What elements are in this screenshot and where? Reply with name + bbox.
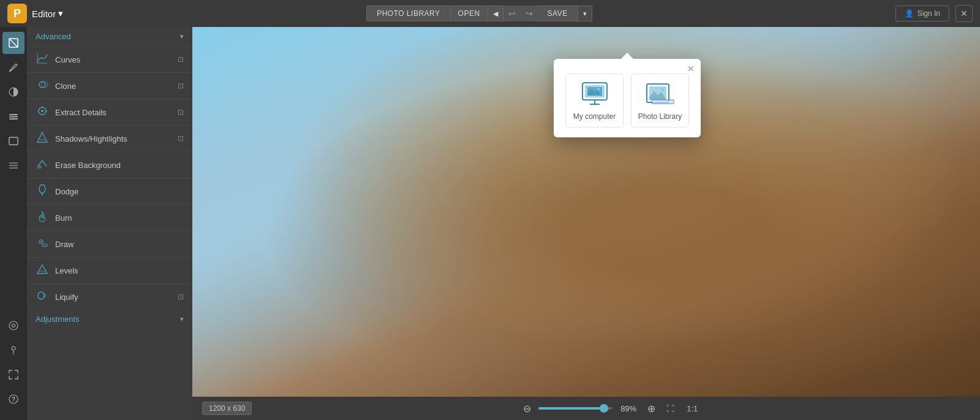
clone-icon bbox=[36, 78, 49, 93]
svg-point-31 bbox=[39, 185, 45, 193]
sidebar-item-extract-details[interactable]: Extract Details ⊡ bbox=[27, 99, 192, 125]
svg-rect-30 bbox=[37, 166, 42, 169]
sidebar-item-levels[interactable]: Levels bbox=[27, 257, 192, 283]
close-app-button[interactable]: ✕ bbox=[956, 5, 973, 22]
image-size-badge: 1200 x 630 bbox=[202, 402, 252, 415]
topbar-left: P Editor ▾ bbox=[7, 4, 63, 23]
popup-photo-library[interactable]: Photo Library bbox=[631, 74, 689, 128]
bottom-bar: 1200 x 630 ⊖ 89% ⊕ ⛶ 1:1 bbox=[192, 397, 980, 420]
tool-texture[interactable] bbox=[2, 155, 24, 177]
levels-label: Levels bbox=[55, 266, 78, 275]
advanced-section-header[interactable]: Advanced ▾ bbox=[27, 27, 192, 46]
topbar-right: 👤 Sign In ✕ bbox=[895, 5, 973, 22]
liquify-icon bbox=[36, 289, 49, 304]
liquify-label: Liquify bbox=[55, 292, 78, 302]
canvas-area: ✕ bbox=[192, 27, 980, 420]
svg-point-47 bbox=[661, 88, 665, 91]
draw-icon bbox=[36, 237, 49, 251]
redo-button[interactable]: ↪ bbox=[521, 6, 538, 21]
zoom-slider-fill bbox=[538, 407, 604, 410]
editor-title[interactable]: Editor ▾ bbox=[32, 8, 63, 19]
open-button[interactable]: OPEN bbox=[451, 6, 488, 21]
liquify-badge: ⊡ bbox=[178, 292, 184, 301]
curves-icon bbox=[36, 52, 49, 67]
extract-details-label: Extract Details bbox=[55, 108, 107, 117]
clone-badge: ⊡ bbox=[178, 82, 184, 90]
sidebar-item-liquify[interactable]: Liquify ⊡ bbox=[27, 283, 192, 310]
my-computer-label: My computer bbox=[573, 112, 616, 121]
adjustments-label: Adjustments bbox=[36, 315, 80, 324]
erase-background-icon bbox=[36, 158, 49, 172]
svg-rect-5 bbox=[9, 116, 18, 118]
popup-items: My computer bbox=[564, 74, 691, 128]
adjustments-section-header[interactable]: Adjustments ▾ bbox=[27, 310, 192, 329]
dodge-label: Dodge bbox=[55, 187, 78, 196]
sidebar-item-draw[interactable]: Draw bbox=[27, 231, 192, 257]
sidebar-item-dodge[interactable]: Dodge bbox=[27, 178, 192, 204]
photo-library-label: Photo Library bbox=[638, 112, 682, 121]
sidebar-item-burn[interactable]: Burn bbox=[27, 204, 192, 231]
popup-close-button[interactable]: ✕ bbox=[687, 64, 695, 74]
tool-layers[interactable] bbox=[2, 105, 24, 128]
adjustments-arrow: ▾ bbox=[180, 315, 184, 323]
open-group: OPEN ◀ ↩ ↪ bbox=[451, 6, 538, 21]
topbar-center: PHOTO LIBRARY OPEN ◀ ↩ ↪ SAVE ▾ bbox=[366, 6, 592, 21]
shadows-highlights-icon bbox=[36, 131, 49, 146]
zoom-in-button[interactable]: ⊕ bbox=[645, 402, 658, 416]
svg-point-23 bbox=[41, 110, 43, 112]
open-popup: ✕ bbox=[554, 59, 701, 137]
extract-details-icon bbox=[36, 105, 49, 120]
svg-point-35 bbox=[42, 244, 47, 246]
curves-badge: ⊡ bbox=[178, 55, 184, 64]
sidebar-item-erase-background[interactable]: Erase Background bbox=[27, 151, 192, 178]
shadows-highlights-label: Shadows/Hightlights bbox=[55, 134, 127, 143]
icon-bar: ? bbox=[0, 27, 27, 420]
advanced-arrow: ▾ bbox=[180, 32, 184, 40]
svg-point-13 bbox=[12, 346, 15, 350]
tool-mask[interactable] bbox=[2, 81, 24, 103]
zoom-1to1-button[interactable]: 1:1 bbox=[683, 403, 701, 414]
tool-crop[interactable] bbox=[2, 32, 24, 54]
extract-details-badge: ⊡ bbox=[178, 108, 184, 116]
zoom-slider-track[interactable] bbox=[538, 407, 612, 410]
sidebar-item-curves[interactable]: Curves ⊡ bbox=[27, 46, 192, 72]
svg-point-44 bbox=[597, 88, 600, 90]
clone-label: Clone bbox=[55, 82, 76, 91]
tool-help[interactable]: ? bbox=[2, 388, 24, 410]
photo-library-icon bbox=[643, 80, 677, 107]
save-arrow-button[interactable]: ▾ bbox=[578, 6, 592, 21]
svg-point-2 bbox=[9, 70, 11, 72]
tool-hint[interactable] bbox=[2, 339, 24, 361]
user-icon: 👤 bbox=[905, 9, 914, 18]
zoom-percent: 89% bbox=[617, 404, 640, 413]
bottom-center: ⊖ 89% ⊕ ⛶ 1:1 bbox=[521, 402, 701, 416]
sidebar-item-clone[interactable]: Clone ⊡ bbox=[27, 72, 192, 99]
tool-frame[interactable] bbox=[2, 130, 24, 152]
advanced-label: Advanced bbox=[36, 32, 71, 41]
zoom-out-button[interactable]: ⊖ bbox=[521, 402, 533, 416]
save-button[interactable]: SAVE bbox=[538, 6, 578, 21]
tool-expand[interactable] bbox=[2, 364, 24, 386]
fullscreen-button[interactable]: ⛶ bbox=[663, 403, 678, 414]
my-computer-icon bbox=[578, 80, 612, 107]
open-arrow-button[interactable]: ◀ bbox=[488, 6, 503, 21]
svg-rect-7 bbox=[9, 137, 18, 145]
sidebar-item-shadows-highlights[interactable]: Shadows/Hightlights ⊡ bbox=[27, 125, 192, 151]
svg-rect-4 bbox=[9, 114, 18, 115]
svg-point-38 bbox=[38, 292, 44, 299]
popup-my-computer[interactable]: My computer bbox=[565, 74, 624, 128]
icon-bar-bottom: ? bbox=[2, 315, 24, 415]
svg-rect-6 bbox=[9, 118, 18, 120]
sidebar: Advanced ▾ Curves ⊡ bbox=[27, 27, 192, 420]
photo-library-button[interactable]: PHOTO LIBRARY bbox=[366, 6, 450, 21]
tool-settings[interactable] bbox=[2, 315, 24, 337]
tool-brush[interactable] bbox=[2, 56, 24, 78]
undo-button[interactable]: ↩ bbox=[503, 6, 521, 21]
svg-rect-48 bbox=[652, 100, 674, 104]
topbar: P Editor ▾ PHOTO LIBRARY OPEN ◀ ↩ ↪ SAVE… bbox=[0, 0, 980, 27]
signin-button[interactable]: 👤 Sign In bbox=[895, 6, 949, 21]
svg-point-34 bbox=[40, 241, 42, 242]
main-layout: ? Advanced ▾ Curves ⊡ bbox=[0, 27, 980, 420]
editor-arrow: ▾ bbox=[58, 8, 63, 19]
zoom-slider-thumb bbox=[600, 404, 608, 413]
